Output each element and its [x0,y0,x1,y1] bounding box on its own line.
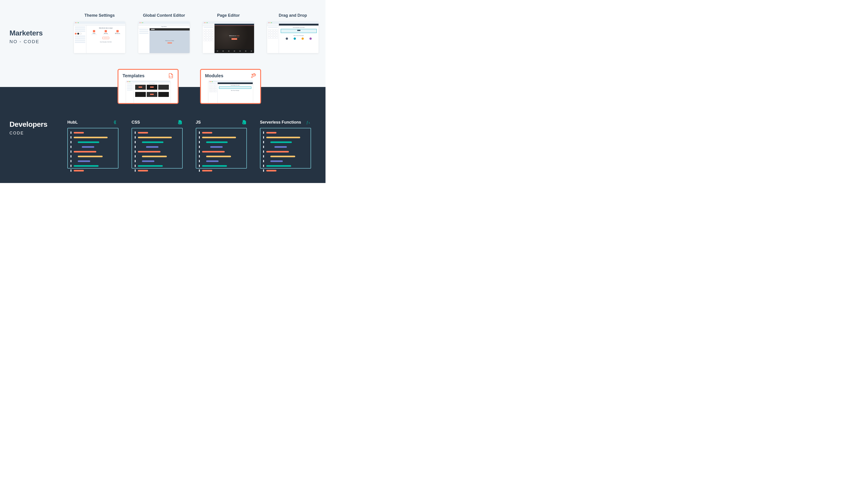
bridge-row: Templates Choose a template [118,69,261,104]
double-brace-icon [114,120,119,125]
code-line [70,151,115,153]
page-editor-label: Page Editor [196,13,260,18]
templates-thumbnail: Choose a template [126,80,170,103]
code-line [135,136,180,138]
css-label: CSS [131,120,140,125]
drag-drop-label: Drag and Drop [260,13,325,18]
code-line [263,165,308,167]
code-line [263,131,308,134]
code-line [199,136,244,138]
code-line [135,151,180,153]
css-file-icon: CSS [178,120,183,125]
browser-chrome [203,22,254,24]
code-line [135,146,180,148]
developers-title: Developers [9,120,48,129]
code-line [135,141,180,143]
code-line [70,155,115,158]
serverless-tool: Serverless Functions fx [260,119,311,168]
theme-settings-thumbnail: What We Do Sets Us Apart DesignLorem ips… [74,22,125,53]
code-line [135,131,180,134]
page-editor-thumbnail: Welcome to Rally Our agency has a wealth… [203,22,254,53]
code-line [135,160,180,162]
code-line [199,169,244,172]
code-line [263,136,308,138]
browser-chrome [74,22,125,24]
code-line [263,151,308,153]
global-content-thumbnail: Page Header Welcome to Rally [138,22,190,53]
svg-text:CSS: CSS [179,123,181,124]
modules-card: Modules Some Examples of Our Work Built … [200,69,261,104]
code-line [199,155,244,158]
templates-label: Templates [123,73,145,78]
code-line [135,165,180,167]
code-line [199,151,244,153]
code-line [70,141,115,143]
code-line [263,169,308,172]
templates-card: Templates Choose a template [118,69,179,104]
global-content-label: Global Content Editor [132,13,196,18]
marketer-tools-row: Theme Settings What We Do Sets Us Apart … [67,13,325,53]
code-line [263,146,308,148]
svg-text:f: f [307,120,308,125]
hubl-code-box [67,128,119,168]
tools-icon [251,73,256,78]
marketers-subtitle: NO - CODE [9,39,43,44]
js-file-icon: JS [242,120,247,125]
js-code-box [196,128,247,168]
serverless-label: Serverless Functions [260,120,301,125]
theme-settings-label: Theme Settings [67,13,132,18]
code-line [199,146,244,148]
code-line [199,141,244,143]
hubl-tool: HubL [67,119,119,168]
ts-hero-title: What We Do Sets Us Apart [89,27,123,29]
js-label: JS [196,120,201,125]
modules-label: Modules [205,73,223,78]
serverless-code-box [260,128,311,168]
code-line [135,155,180,158]
code-line [70,131,115,134]
hubl-label: HubL [67,120,78,125]
code-line [70,169,115,172]
developers-heading: Developers CODE [9,120,48,135]
code-line [263,141,308,143]
templates-icon [168,73,174,78]
code-line [135,169,180,172]
code-line [199,131,244,134]
page-editor-tool: Page Editor Welcome to Rally Our agency … [196,13,260,53]
global-content-tool: Global Content Editor Page Header Welcom… [132,13,196,53]
js-tool: JS JS [196,119,247,168]
code-line [263,155,308,158]
code-line [70,136,115,138]
developers-subtitle: CODE [9,131,48,135]
developer-tools-row: HubL CSS CSS JS JS Serverless Functions … [67,119,311,168]
code-line [199,160,244,162]
theme-settings-tool: Theme Settings What We Do Sets Us Apart … [67,13,132,53]
drop-zone [281,29,317,33]
code-line [199,165,244,167]
css-code-box [131,128,183,168]
svg-text:JS: JS [243,123,244,124]
code-line [70,165,115,167]
marketers-heading: Marketers NO - CODE [9,29,43,44]
modules-thumbnail: Some Examples of Our Work Built on Prove… [209,80,253,103]
code-line [263,160,308,162]
code-line [70,146,115,148]
browser-chrome [267,22,318,24]
code-line [70,160,115,162]
browser-chrome [138,22,190,24]
css-tool: CSS CSS [131,119,183,168]
drag-drop-thumbnail: Some Examples of Our Work Built on Prove… [267,22,318,53]
marketers-title: Marketers [9,29,43,37]
fx-function-icon: fx [306,120,311,125]
svg-text:x: x [309,121,310,124]
drag-drop-tool: Drag and Drop Some Examples of Our Work … [260,13,325,53]
